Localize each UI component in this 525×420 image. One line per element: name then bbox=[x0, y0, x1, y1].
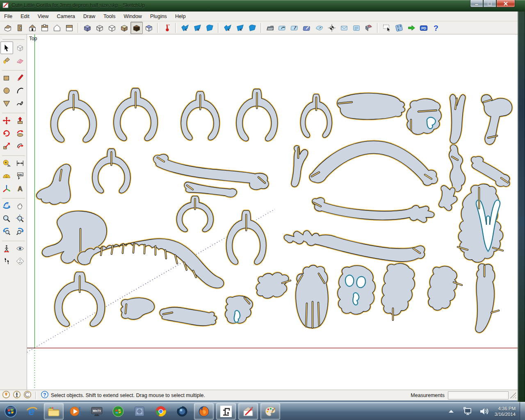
tool-circle[interactable] bbox=[0, 84, 13, 97]
tool-zoom[interactable] bbox=[0, 212, 13, 225]
cube-mono-icon[interactable] bbox=[143, 22, 155, 34]
tool-tape-measure[interactable] bbox=[0, 157, 13, 169]
tool-rotate[interactable] bbox=[0, 127, 13, 139]
menu-view[interactable]: View bbox=[34, 12, 53, 21]
tool-position-camera[interactable] bbox=[0, 242, 13, 255]
view-left-icon[interactable] bbox=[14, 22, 26, 34]
pd-badge-icon[interactable]: PD bbox=[418, 22, 430, 34]
tool-section-plane[interactable]: CA-5 bbox=[14, 255, 27, 267]
tool-follow-me[interactable] bbox=[14, 127, 27, 139]
tool-line[interactable] bbox=[14, 71, 27, 84]
cube-wireframe-icon[interactable] bbox=[94, 22, 106, 34]
piece-foot-left[interactable] bbox=[37, 164, 71, 205]
box-px-icon[interactable]: PX bbox=[363, 22, 375, 34]
piece-foot-long[interactable] bbox=[160, 307, 217, 326]
dice-123-icon[interactable]: 123 bbox=[393, 22, 405, 34]
piece-skull[interactable] bbox=[42, 211, 107, 264]
tool-protractor[interactable] bbox=[0, 169, 13, 182]
piece-hook-piece[interactable] bbox=[225, 296, 253, 323]
taskbar-firefox[interactable] bbox=[194, 403, 214, 420]
box-flip-icon[interactable] bbox=[313, 22, 326, 34]
taskbar-green-windows[interactable] bbox=[109, 404, 128, 419]
drawing-canvas[interactable]: Top bbox=[27, 34, 518, 390]
tool-pan[interactable] bbox=[14, 199, 27, 212]
piece-limb-vertical[interactable] bbox=[450, 94, 465, 143]
model-figure-icon[interactable] bbox=[12, 390, 21, 401]
piece-long-arm-arc[interactable] bbox=[310, 141, 438, 185]
menu-camera[interactable]: Camera bbox=[53, 12, 79, 21]
tool-rectangle[interactable] bbox=[0, 71, 13, 84]
tool-move[interactable] bbox=[0, 114, 13, 127]
piece-hand-lumpy[interactable] bbox=[256, 273, 290, 298]
tool-offset[interactable] bbox=[14, 139, 27, 152]
tool-axes[interactable] bbox=[0, 182, 13, 195]
minimize-button[interactable] bbox=[470, 0, 483, 7]
window-titlebar[interactable]: Cute Little Gorilla for 3mm depron half … bbox=[0, 0, 525, 11]
taskbar-lens[interactable] bbox=[173, 404, 192, 419]
tool-push-pull[interactable] bbox=[14, 114, 27, 127]
tool-orbit[interactable] bbox=[0, 199, 13, 212]
awl-icon[interactable] bbox=[161, 22, 173, 34]
tool-walk[interactable] bbox=[0, 255, 13, 267]
box-arrow-icon[interactable] bbox=[276, 22, 289, 34]
flag-round-icon[interactable] bbox=[246, 22, 258, 34]
tool-dimension[interactable] bbox=[14, 157, 27, 169]
palette-grip[interactable] bbox=[2, 37, 25, 40]
view-top-icon[interactable] bbox=[39, 22, 51, 34]
taskbar-sketchup[interactable] bbox=[238, 403, 258, 420]
tool-freehand[interactable] bbox=[14, 97, 27, 110]
menu-draw[interactable]: Draw bbox=[79, 12, 99, 21]
piece-rib-ring-4[interactable] bbox=[236, 89, 277, 141]
network-icon[interactable] bbox=[461, 405, 474, 418]
piece-rib-ring-1[interactable] bbox=[51, 91, 96, 142]
tool-previous[interactable] bbox=[0, 225, 13, 237]
view-back-icon[interactable] bbox=[51, 22, 63, 34]
view-front-icon[interactable] bbox=[26, 22, 39, 34]
tool-polygon[interactable] bbox=[0, 97, 13, 110]
flag-round-icon[interactable] bbox=[203, 22, 216, 34]
piece-torso-side[interactable] bbox=[337, 93, 405, 119]
tool-look-around[interactable] bbox=[14, 242, 27, 255]
tool-paint-bucket[interactable] bbox=[0, 54, 13, 67]
center-mass-icon[interactable] bbox=[326, 22, 338, 34]
piece-rib-ring-7[interactable] bbox=[177, 196, 213, 232]
piece-tall-leaf[interactable] bbox=[476, 264, 499, 332]
taskbar-internet-explorer[interactable]: e bbox=[23, 404, 41, 419]
cube-xray-icon[interactable] bbox=[81, 22, 94, 34]
show-desktop-button[interactable] bbox=[520, 402, 525, 420]
piece-rib-ring-6[interactable] bbox=[92, 149, 130, 193]
tool-select[interactable] bbox=[0, 41, 13, 54]
taskbar-paint-palette[interactable] bbox=[260, 403, 280, 420]
tool-next[interactable] bbox=[14, 225, 27, 237]
volume-icon[interactable] bbox=[477, 405, 491, 418]
piece-arm-hand-left[interactable] bbox=[284, 231, 425, 261]
box-hatchet-icon[interactable] bbox=[289, 22, 301, 34]
flag-solid-x-icon[interactable]: x bbox=[191, 22, 203, 34]
piece-rib-ring-8[interactable] bbox=[226, 210, 266, 264]
tool-text[interactable]: ABC bbox=[14, 169, 27, 182]
menu-window[interactable]: Window bbox=[119, 12, 146, 21]
cube-hidden-icon[interactable] bbox=[106, 22, 118, 34]
piece-arm-bone[interactable] bbox=[153, 154, 268, 189]
piece-foot-small[interactable] bbox=[121, 298, 154, 319]
taskbar-windows-explorer[interactable] bbox=[44, 403, 64, 420]
folder-open-icon[interactable] bbox=[264, 22, 276, 34]
menu-file[interactable]: File bbox=[0, 12, 16, 21]
piece-zigzag-piece[interactable] bbox=[449, 145, 465, 192]
piece-y-piece[interactable] bbox=[291, 146, 308, 187]
tool-eraser[interactable] bbox=[14, 54, 27, 67]
piece-leg-piece[interactable] bbox=[482, 95, 512, 144]
flag-notch-x-icon[interactable]: x bbox=[221, 22, 234, 34]
tool-3d-text[interactable]: A bbox=[14, 182, 27, 195]
box-mail-icon[interactable] bbox=[338, 22, 350, 34]
piece-blob-b[interactable] bbox=[428, 266, 462, 310]
chevron-up-icon[interactable] bbox=[445, 405, 458, 418]
maximize-button[interactable] bbox=[483, 0, 496, 7]
flag-solid-x-icon[interactable]: x bbox=[234, 22, 246, 34]
menu-edit[interactable]: Edit bbox=[16, 12, 34, 21]
model-canvas[interactable] bbox=[27, 34, 518, 390]
taskbar-wintv[interactable]: WinTV bbox=[87, 404, 106, 419]
tool-zoom-window[interactable] bbox=[14, 212, 27, 225]
box-note-icon[interactable] bbox=[350, 22, 363, 34]
piece-hand-fingers[interactable] bbox=[296, 265, 328, 328]
